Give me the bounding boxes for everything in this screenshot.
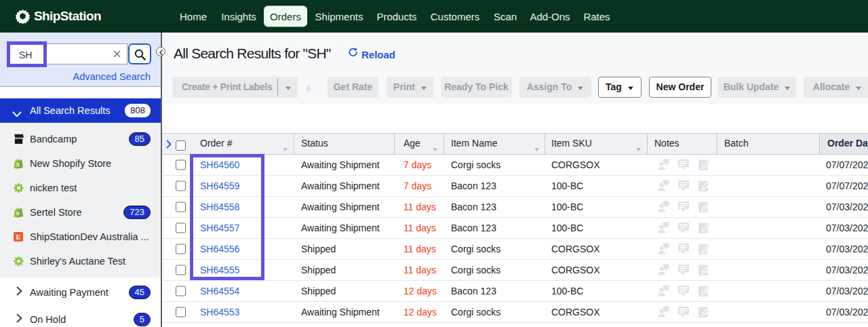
svg-text:S: S <box>16 211 20 216</box>
svg-text:E: E <box>16 233 20 241</box>
svg-text:S: S <box>16 162 20 167</box>
